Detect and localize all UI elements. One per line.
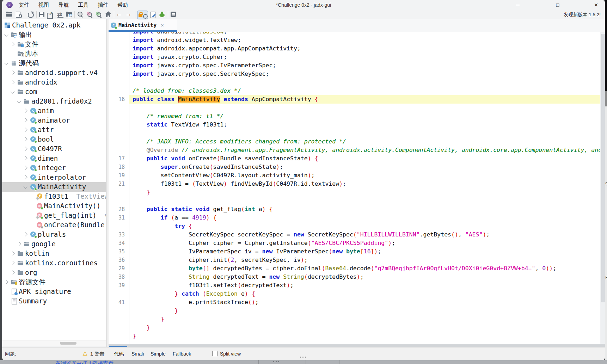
- chevron-closed-icon[interactable]: [23, 128, 27, 131]
- tree-item-summary[interactable]: Summary: [2, 296, 106, 306]
- run-debug-icon[interactable]: [158, 11, 166, 18]
- tree-item-kotlinx-coroutines[interactable]: kotlinx.coroutines: [2, 258, 106, 268]
- menu-2[interactable]: 导航: [54, 0, 73, 10]
- chevron-closed-icon[interactable]: [11, 80, 14, 84]
- tree-item-ad2001-frida0x2[interactable]: ad2001.frida0x2: [2, 97, 106, 106]
- back-icon[interactable]: ←: [116, 11, 123, 18]
- warning-count[interactable]: 1 警告: [90, 347, 104, 360]
- tree-horizontal-scrollbar[interactable]: [2, 340, 106, 346]
- chevron-closed-icon[interactable]: [23, 109, 27, 112]
- tree-item-dimen[interactable]: cdimen: [2, 154, 106, 163]
- code-editor[interactable]: import android.util.Base64;import androi…: [109, 32, 600, 344]
- version-notice[interactable]: 发现新版本 1.5.2!: [564, 11, 601, 18]
- tree-item-challenge-0x2-apk[interactable]: Challenge 0x2.apk: [2, 20, 106, 30]
- tree-item--[interactable]: 资源文件: [2, 277, 106, 287]
- chevron-closed-icon[interactable]: [23, 232, 27, 236]
- tree-item-org[interactable]: org: [2, 268, 106, 277]
- code-line: static TextView f103t1;: [129, 121, 600, 129]
- chevron-closed-icon[interactable]: [11, 70, 14, 74]
- chevron-closed-icon[interactable]: [11, 261, 14, 265]
- menu-5[interactable]: 帮助: [113, 0, 133, 10]
- go-home-icon[interactable]: [104, 11, 112, 18]
- log-viewer-icon[interactable]: [170, 11, 178, 18]
- tree-item--[interactable]: 源代码: [2, 58, 106, 68]
- tree-item-anim[interactable]: canim: [2, 106, 106, 116]
- tab-close-icon[interactable]: ×: [161, 19, 164, 31]
- tree-item--[interactable]: 脚本: [2, 49, 106, 58]
- chevron-closed-icon[interactable]: [4, 280, 8, 284]
- open-project-icon[interactable]: [5, 11, 13, 18]
- chevron-open-icon[interactable]: [11, 90, 14, 93]
- chevron-closed-icon[interactable]: [23, 175, 27, 179]
- chevron-closed-icon[interactable]: [23, 166, 27, 169]
- tree-item-get-flag-int-[interactable]: mget_flag(int) v: [2, 211, 106, 220]
- chevron-closed-icon[interactable]: [23, 137, 27, 141]
- maximize-button[interactable]: □: [550, 0, 565, 10]
- panel-grip-dots[interactable]: [300, 357, 308, 358]
- bottom-tab-simple[interactable]: Simple: [151, 347, 166, 360]
- toolbar-separator: [25, 11, 25, 18]
- bottom-tab-fallback[interactable]: Fallback: [173, 347, 191, 360]
- tree-item-android-support-v4[interactable]: android.support.v4: [2, 68, 106, 78]
- chevron-closed-icon[interactable]: [11, 251, 14, 255]
- chevron-closed-icon[interactable]: [11, 270, 14, 274]
- code-line: [129, 197, 600, 205]
- window-title: *Challenge 0x2 - jadx-gui: [276, 0, 331, 10]
- menu-0[interactable]: 文件: [14, 0, 34, 10]
- tree-item-animator[interactable]: canimator: [2, 116, 106, 125]
- tree-item-bool[interactable]: cbool: [2, 135, 106, 144]
- chevron-open-icon[interactable]: [17, 99, 21, 103]
- tree-item-c0497r[interactable]: cC0497R: [2, 144, 106, 154]
- tree-item-mainactivity[interactable]: cMainActivity: [2, 182, 106, 192]
- tree-item-kotlin[interactable]: kotlin: [2, 249, 106, 258]
- menu-1[interactable]: 视图: [34, 0, 54, 10]
- tab-mainactivity[interactable]: c MainActivity ×: [109, 19, 177, 31]
- editor-vertical-scrollbar[interactable]: [600, 32, 605, 344]
- forward-icon[interactable]: →: [125, 11, 133, 18]
- chevron-open-icon[interactable]: [4, 32, 8, 36]
- close-button[interactable]: ✕: [588, 0, 604, 10]
- flatten-packages-icon[interactable]: [65, 11, 73, 18]
- tree-item-google[interactable]: google: [2, 239, 106, 249]
- tree-item-f103t1[interactable]: ff103t1 TextView: [2, 192, 106, 201]
- chevron-open-icon[interactable]: [23, 185, 27, 189]
- tree-item-apk-signature[interactable]: APK signature: [2, 287, 106, 296]
- tree-item-label: Challenge 0x2.apk: [12, 20, 80, 30]
- usage-search-icon[interactable]: [95, 11, 103, 18]
- split-view-checkbox[interactable]: [212, 351, 217, 356]
- tree-item-com[interactable]: com: [2, 87, 106, 97]
- tree-item--[interactable]: 输出: [2, 30, 106, 39]
- chevron-closed-icon[interactable]: [23, 156, 27, 160]
- chevron-closed-icon[interactable]: [11, 42, 14, 46]
- chevron-open-icon[interactable]: [4, 61, 8, 65]
- tree-item--[interactable]: 文件: [2, 39, 106, 49]
- code-line: }: [129, 188, 600, 197]
- rename-dialog-icon[interactable]: [149, 11, 157, 18]
- export-icon[interactable]: ↗: [46, 11, 54, 18]
- chevron-closed-icon[interactable]: [17, 242, 21, 246]
- tree-item-oncreate-bundle[interactable]: monCreate(Bundle: [2, 220, 106, 230]
- chevron-closed-icon[interactable]: [23, 147, 27, 150]
- tree-item-androidx[interactable]: androidx: [2, 78, 106, 87]
- minimize-button[interactable]: ─: [510, 0, 526, 10]
- menu-3[interactable]: 工具: [73, 0, 93, 10]
- deobfuscation-toggle-icon[interactable]: [137, 11, 145, 18]
- tree-item-attr[interactable]: cattr: [2, 125, 106, 135]
- tree-item-integer[interactable]: cinteger: [2, 163, 106, 173]
- text-search-icon[interactable]: [76, 11, 84, 18]
- save-all-icon[interactable]: [38, 11, 46, 18]
- bottom-tab-smali[interactable]: Smali: [131, 347, 144, 360]
- bottom-tab-code[interactable]: 代码: [114, 347, 124, 360]
- menu-4[interactable]: 插件: [93, 0, 113, 10]
- swap-views-icon[interactable]: ⇄: [57, 11, 65, 18]
- tree-item-interpolator[interactable]: cinterpolator: [2, 173, 106, 182]
- chevron-closed-icon[interactable]: [23, 118, 27, 122]
- tree-item-plurals[interactable]: cplurals: [2, 230, 106, 239]
- editor-scrollbar-thumb[interactable]: [601, 34, 605, 302]
- reload-icon[interactable]: [27, 11, 35, 18]
- tree-item-mainactivity-[interactable]: mMainActivity(): [2, 201, 106, 211]
- warning-icon[interactable]: ⚠: [82, 347, 87, 360]
- class-search-icon[interactable]: [86, 11, 93, 18]
- add-files-icon[interactable]: [15, 11, 23, 18]
- tree-scrollbar-thumb[interactable]: [60, 342, 76, 345]
